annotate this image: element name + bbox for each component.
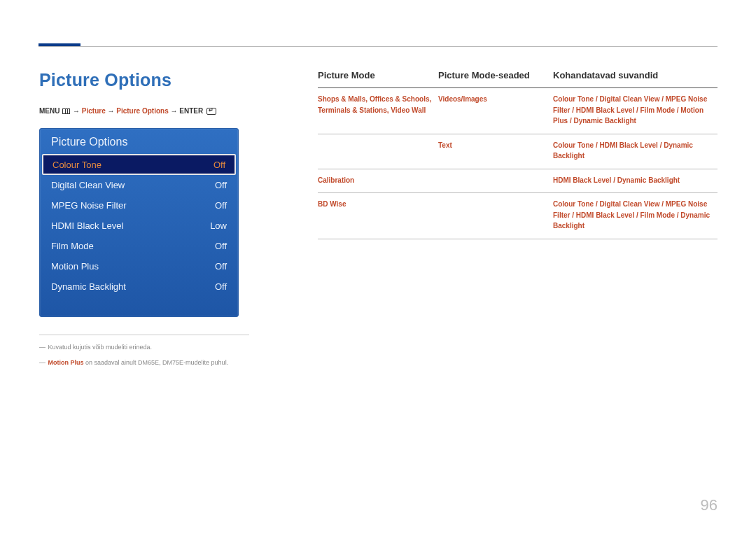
separator: / xyxy=(660,141,662,149)
option-name: Dynamic Backlight xyxy=(617,176,680,184)
table-cell xyxy=(438,175,553,186)
footnote-line: ― Motion Plus on saadaval ainult DM65E, … xyxy=(39,358,249,367)
table-cell: Colour Tone / Digital Clean View / MPEG … xyxy=(553,94,714,127)
menu-row-label: MPEG Noise Filter xyxy=(51,200,127,211)
menu-row-label: Digital Clean View xyxy=(51,180,125,190)
separator: / xyxy=(613,176,615,184)
option-name: Film Mode xyxy=(640,106,675,114)
panel-title: Picture Options xyxy=(40,129,238,154)
separator: / xyxy=(596,200,598,208)
option-name: HDMI Black Level xyxy=(553,176,611,184)
option-name: HDMI Black Level xyxy=(576,106,634,114)
column-header: Kohandatavad suvandid xyxy=(553,70,714,80)
table-cell: HDMI Black Level / Dynamic Backlight xyxy=(553,175,714,186)
menu-row-value: Off xyxy=(214,160,225,170)
table-row: BD WiseColour Tone / Digital Clean View … xyxy=(318,193,718,239)
separator: / xyxy=(572,211,574,219)
table-row: TextColour Tone / HDMI Black Level / Dyn… xyxy=(318,134,718,169)
menu-row-label: Motion Plus xyxy=(51,261,99,272)
table-row: CalibrationHDMI Black Level / Dynamic Ba… xyxy=(318,169,718,194)
menu-row[interactable]: Motion PlusOff xyxy=(40,256,238,276)
header-rule xyxy=(38,46,718,47)
options-table: Picture Mode Picture Mode-seaded Kohanda… xyxy=(318,70,718,239)
option-name: Digital Clean View xyxy=(599,95,659,103)
table-cell: Videos/Images xyxy=(438,94,553,127)
column-header: Picture Mode xyxy=(318,70,438,80)
separator: / xyxy=(636,211,638,219)
table-cell xyxy=(318,140,438,162)
dash-icon: ― xyxy=(39,342,46,352)
menu-row[interactable]: Digital Clean ViewOff xyxy=(40,175,238,195)
option-name: Colour Tone xyxy=(553,95,594,103)
footnote-line: ― Kuvatud kujutis võib mudeliti erineda. xyxy=(39,342,249,352)
menu-row-value: Off xyxy=(215,241,227,251)
separator: / xyxy=(572,106,574,114)
table-cell: Shops & Malls, Offices & Schools, Termin… xyxy=(318,94,438,127)
separator: / xyxy=(662,200,664,208)
menu-row[interactable]: Dynamic BacklightOff xyxy=(40,276,238,297)
footnotes: ― Kuvatud kujutis võib mudeliti erineda.… xyxy=(39,335,249,374)
option-name: HDMI Black Level xyxy=(576,211,634,219)
option-name: Colour Tone xyxy=(553,200,594,208)
page-title: Picture Options xyxy=(39,70,172,90)
menu-row-label: Dynamic Backlight xyxy=(51,281,126,292)
menu-row[interactable]: HDMI Black LevelLow xyxy=(40,216,238,236)
separator: / xyxy=(677,211,679,219)
separator: / xyxy=(677,106,679,114)
arrow-icon: → xyxy=(171,107,180,115)
menu-row-value: Off xyxy=(215,281,227,292)
table-header-row: Picture Mode Picture Mode-seaded Kohanda… xyxy=(318,70,718,88)
table-cell xyxy=(438,199,553,232)
table-cell: BD Wise xyxy=(318,199,438,232)
breadcrumb: MENU → Picture → Picture Options → ENTER xyxy=(39,107,216,115)
panel-spacer xyxy=(40,297,238,316)
breadcrumb-menu-label: MENU xyxy=(39,107,59,115)
table-cell: Colour Tone / HDMI Black Level / Dynamic… xyxy=(553,140,714,162)
menu-row[interactable]: MPEG Noise FilterOff xyxy=(40,195,238,216)
option-name: Film Mode xyxy=(640,211,675,219)
menu-row-value: Off xyxy=(215,180,227,190)
page-number: 96 xyxy=(701,496,718,514)
table-row: Shops & Malls, Offices & Schools, Termin… xyxy=(318,88,718,134)
breadcrumb-seg-picture-options: Picture Options xyxy=(116,107,168,115)
option-name: HDMI Black Level xyxy=(599,141,657,149)
option-name: Dynamic Backlight xyxy=(573,117,636,125)
arrow-icon: → xyxy=(107,107,116,115)
separator: / xyxy=(596,95,598,103)
separator: / xyxy=(662,95,664,103)
table-cell: Colour Tone / Digital Clean View / MPEG … xyxy=(553,199,714,232)
separator: / xyxy=(636,106,638,114)
arrow-icon: → xyxy=(73,107,82,115)
menu-row-value: Low xyxy=(210,220,227,231)
dash-icon: ― xyxy=(39,358,46,367)
menu-row-label: Colour Tone xyxy=(52,160,102,170)
option-name: Digital Clean View xyxy=(599,200,659,208)
menu-row-label: Film Mode xyxy=(51,241,94,251)
menu-row-label: HDMI Black Level xyxy=(51,220,123,231)
menu-icon xyxy=(62,108,70,114)
option-name: Colour Tone xyxy=(553,141,594,149)
menu-row[interactable]: Colour ToneOff xyxy=(42,154,236,175)
table-cell: Calibration xyxy=(318,175,438,186)
enter-icon xyxy=(206,108,216,115)
column-header: Picture Mode-seaded xyxy=(438,70,553,80)
separator: / xyxy=(570,117,572,125)
menu-row-value: Off xyxy=(215,200,227,211)
menu-row-value: Off xyxy=(215,261,227,272)
footnote-text: on saadaval ainult DM65E, DM75E-mudelite… xyxy=(84,359,229,366)
menu-row[interactable]: Film ModeOff xyxy=(40,236,238,256)
picture-options-panel: Picture Options Colour ToneOffDigital Cl… xyxy=(39,128,239,317)
table-cell: Text xyxy=(438,140,553,162)
footnote-text: Kuvatud kujutis võib mudeliti erineda. xyxy=(48,344,153,351)
footnote-highlight: Motion Plus xyxy=(48,359,84,366)
separator: / xyxy=(596,141,598,149)
footnote-rule xyxy=(39,335,249,335)
breadcrumb-seg-picture: Picture xyxy=(82,107,106,115)
breadcrumb-enter-label: ENTER xyxy=(179,107,203,115)
